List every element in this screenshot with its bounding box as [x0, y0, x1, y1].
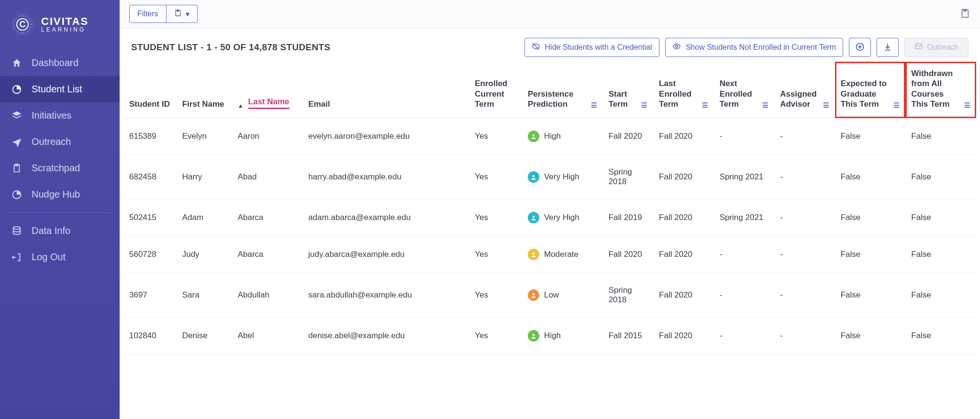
table-wrap[interactable]: Student ID First Name ▲Last Name Email E… — [120, 62, 980, 354]
cell-start-term: Fall 2020 — [603, 118, 653, 155]
cell-first-name: Harry — [177, 155, 232, 199]
cell-email: evelyn.aaron@example.edu — [302, 118, 469, 155]
col-assigned-advisor[interactable]: Assigned Advisor☰ — [774, 62, 835, 118]
clipboard-icon — [11, 163, 23, 174]
cell-aa: - — [774, 236, 835, 273]
col-next-enrolled-term[interactable]: Next Enrolled Term☰ — [714, 62, 775, 118]
svg-rect-9 — [177, 10, 179, 11]
sidebar-item-data-info[interactable]: Data Info — [0, 218, 120, 244]
col-first-name[interactable]: First Name — [177, 62, 232, 118]
cell-wac: False — [905, 118, 976, 155]
table-row[interactable]: 560728JudyAbarcajudy.abarca@example.eduY… — [123, 236, 976, 273]
cell-start-term: Spring 2018 — [603, 155, 653, 199]
outreach-button: Outreach — [904, 38, 969, 57]
cell-last-name: Aaron — [232, 118, 303, 155]
save-icon — [174, 9, 182, 19]
sidebar-item-student-list[interactable]: Student List — [0, 76, 120, 102]
cell-net: Spring 2021 — [714, 199, 775, 236]
sidebar-item-label: Dashboard — [32, 57, 78, 68]
table-row[interactable]: 615389EvelynAaronevelyn.aaron@example.ed… — [123, 118, 976, 155]
col-enrolled-current-term[interactable]: Enrolled Current Term — [469, 62, 522, 118]
col-student-id[interactable]: Student ID — [123, 62, 177, 118]
list-header: STUDENT LIST - 1 - 50 OF 14,878 STUDENTS… — [120, 28, 980, 62]
cell-wac: False — [905, 236, 976, 273]
sidebar-item-label: Nudge Hub — [32, 189, 80, 200]
logout-icon — [11, 252, 23, 263]
cell-student-id: 682458 — [123, 155, 177, 199]
save-dropdown-button[interactable]: ▾ — [167, 5, 198, 23]
filter-icon[interactable]: ☰ — [964, 101, 970, 109]
cell-last-name: Abdullah — [232, 273, 303, 318]
sidebar-item-label: Log Out — [32, 252, 66, 263]
cell-aa: - — [774, 273, 835, 318]
filter-icon[interactable]: ☰ — [762, 101, 768, 109]
cell-net: - — [714, 318, 775, 354]
col-start-term[interactable]: Start Term☰ — [603, 62, 653, 118]
svg-point-15 — [533, 134, 535, 137]
download-button[interactable] — [877, 38, 899, 57]
cell-last-name: Abel — [232, 318, 303, 354]
table-row[interactable]: 502415AdamAbarcaadam.abarca@example.eduY… — [123, 199, 976, 236]
mail-icon — [914, 42, 923, 53]
filters-button[interactable]: Filters — [129, 5, 167, 23]
cell-net: - — [714, 273, 775, 318]
cell-pp: High — [522, 318, 603, 354]
col-withdrawn-all[interactable]: Withdrawn from All Courses This Term☰ — [905, 62, 976, 118]
persistence-badge-icon — [528, 171, 539, 183]
home-icon — [11, 58, 23, 68]
table-row[interactable]: 3697SaraAbdullahsara.abdullah@example.ed… — [123, 273, 976, 318]
cell-ect: Yes — [469, 318, 522, 354]
cell-pp: Very High — [522, 199, 603, 236]
sidebar-item-scratchpad[interactable]: Scratchpad — [0, 155, 120, 181]
col-email[interactable]: Email — [302, 62, 469, 118]
col-last-name[interactable]: ▲Last Name — [232, 62, 303, 118]
save-view-icon[interactable] — [960, 8, 970, 20]
col-persistence-prediction[interactable]: Persistence Prediction☰ — [522, 62, 603, 118]
svg-point-12 — [675, 45, 678, 48]
sidebar-item-label: Initiatives — [32, 110, 71, 121]
table-row[interactable]: 102840DeniseAbeldenise.abel@example.eduY… — [123, 318, 976, 354]
filter-icon[interactable]: ☰ — [641, 101, 647, 109]
cell-start-term: Fall 2019 — [603, 199, 653, 236]
cell-student-id: 502415 — [123, 199, 177, 236]
sidebar-item-initiatives[interactable]: Initiatives — [0, 102, 120, 129]
col-last-enrolled-term[interactable]: Last Enrolled Term☰ — [653, 62, 714, 118]
cell-first-name: Sara — [177, 273, 232, 318]
cell-pp: High — [522, 118, 603, 155]
show-not-enrolled-button[interactable]: Show Students Not Enrolled in Current Te… — [665, 38, 844, 57]
sidebar-item-dashboard[interactable]: Dashboard — [0, 50, 120, 76]
cell-net: - — [714, 118, 775, 155]
hide-credential-button[interactable]: Hide Students with a Credential — [524, 38, 659, 57]
table-row[interactable]: 682458HarryAbadharry.abad@example.eduYes… — [123, 155, 976, 199]
svg-point-18 — [533, 253, 535, 255]
page-title: STUDENT LIST - 1 - 50 OF 14,878 STUDENTS — [131, 42, 330, 53]
cell-egt: False — [835, 318, 906, 354]
cell-egt: False — [835, 118, 906, 155]
sidebar-item-outreach[interactable]: Outreach — [0, 129, 120, 155]
filter-icon[interactable]: ☰ — [702, 101, 708, 109]
sidebar-item-nudge-hub[interactable]: Nudge Hub — [0, 181, 120, 208]
add-button[interactable] — [849, 38, 871, 57]
cell-email: judy.abarca@example.edu — [302, 236, 469, 273]
cell-net: Spring 2021 — [714, 155, 775, 199]
filter-icon[interactable]: ☰ — [893, 101, 900, 109]
nav-separator — [9, 212, 111, 213]
pie-icon — [11, 84, 23, 95]
plus-circle-icon — [855, 42, 865, 53]
col-expected-graduate[interactable]: Expected to Graduate This Term☰ — [835, 62, 906, 118]
cell-egt: False — [835, 273, 906, 318]
filter-icon[interactable]: ☰ — [823, 101, 829, 109]
cell-first-name: Evelyn — [177, 118, 232, 155]
filter-icon[interactable]: ☰ — [591, 101, 597, 109]
cell-aa: - — [774, 155, 835, 199]
cell-pp: Low — [522, 273, 603, 318]
cell-first-name: Denise — [177, 318, 232, 354]
cell-last-name: Abad — [232, 155, 303, 199]
cell-student-id: 102840 — [123, 318, 177, 354]
cell-let: Fall 2020 — [653, 273, 714, 318]
cell-aa: - — [774, 118, 835, 155]
cell-ect: Yes — [469, 155, 522, 199]
cell-let: Fall 2020 — [653, 318, 714, 354]
sidebar-item-logout[interactable]: Log Out — [0, 244, 120, 270]
main: Filters ▾ STUDENT LIST - 1 - 50 OF 14,87… — [120, 0, 980, 419]
